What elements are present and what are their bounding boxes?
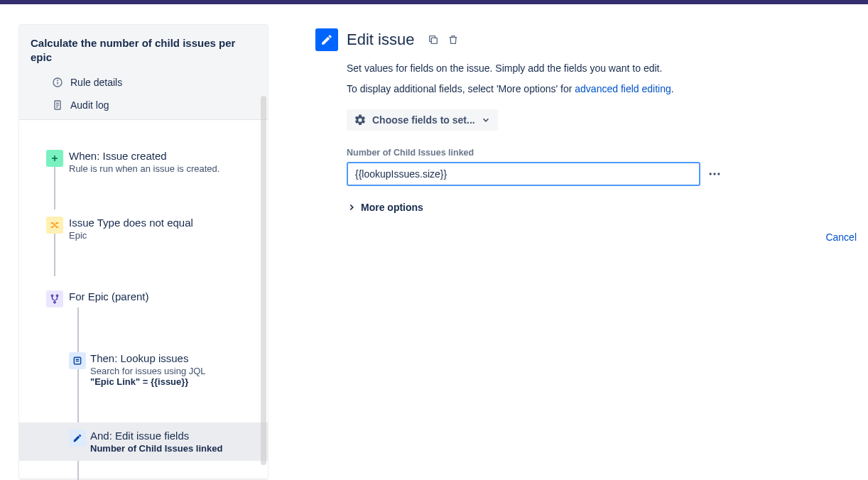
main-panel: Edit issue Set values for fields on the … <box>268 4 868 480</box>
shuffle-icon <box>46 217 63 234</box>
document-icon <box>52 99 63 111</box>
more-options-toggle[interactable]: More options <box>347 202 858 213</box>
field-label: Number of Child Issues linked <box>347 148 858 158</box>
step-sub: Search for issues using JQL "Epic Link" … <box>90 366 256 387</box>
step-sub: Rule is run when an issue is created. <box>69 163 256 174</box>
step-edit-issue[interactable]: And: Edit issue fields Number of Child I… <box>19 422 268 461</box>
pencil-icon <box>69 430 86 447</box>
step-title: Issue Type does not equal <box>69 217 256 229</box>
choose-fields-label: Choose fields to set... <box>372 114 475 126</box>
svg-point-18 <box>717 173 720 175</box>
svg-point-9 <box>51 295 53 296</box>
edit-issue-badge-icon <box>315 28 338 51</box>
rule-details-link[interactable]: Rule details <box>19 71 268 94</box>
delete-button[interactable] <box>445 32 461 48</box>
step-title: For Epic (parent) <box>69 290 256 302</box>
step-branch[interactable]: For Epic (parent) <box>19 283 268 310</box>
branch-icon <box>46 290 63 307</box>
step-trigger[interactable]: When: Issue created Rule is run when an … <box>19 143 268 181</box>
rule-sidebar: Calculate the number of child issues per… <box>18 24 268 480</box>
step-sub: Number of Child Issues linked <box>90 443 256 454</box>
description-1: Set values for fields on the issue. Simp… <box>347 61 858 76</box>
audit-log-link[interactable]: Audit log <box>19 94 268 116</box>
chevron-right-icon <box>347 202 357 212</box>
svg-rect-15 <box>432 38 438 43</box>
info-icon <box>52 77 63 88</box>
svg-point-17 <box>713 173 715 175</box>
step-sub: Epic <box>69 230 256 241</box>
step-condition[interactable]: Issue Type does not equal Epic <box>19 209 268 248</box>
svg-point-2 <box>58 80 58 81</box>
choose-fields-button[interactable]: Choose fields to set... <box>347 109 498 131</box>
scrollbar[interactable] <box>261 96 266 465</box>
svg-point-10 <box>56 295 58 296</box>
rule-details-label: Rule details <box>70 77 122 88</box>
step-title: Then: Lookup issues <box>90 352 256 364</box>
cancel-button[interactable]: Cancel <box>825 231 857 243</box>
gear-icon <box>354 114 367 126</box>
page-title: Edit issue <box>347 31 414 49</box>
description-2: To display additional fields, select 'Mo… <box>347 82 858 97</box>
step-lookup[interactable]: Then: Lookup issues Search for issues us… <box>19 345 268 394</box>
rule-title: Calculate the number of child issues per… <box>19 25 268 71</box>
more-options-label: More options <box>361 202 423 213</box>
svg-point-16 <box>710 173 712 175</box>
child-issues-input[interactable] <box>347 162 700 186</box>
step-title: When: Issue created <box>69 150 256 162</box>
field-more-button[interactable] <box>706 167 723 181</box>
chevron-down-icon <box>481 115 491 125</box>
copy-button[interactable] <box>425 32 441 48</box>
advanced-editing-link[interactable]: advanced field editing <box>575 83 671 94</box>
svg-point-11 <box>54 302 55 303</box>
step-title: And: Edit issue fields <box>90 430 256 442</box>
search-list-icon <box>69 352 86 369</box>
audit-log-label: Audit log <box>70 99 109 111</box>
plus-icon <box>46 150 63 167</box>
